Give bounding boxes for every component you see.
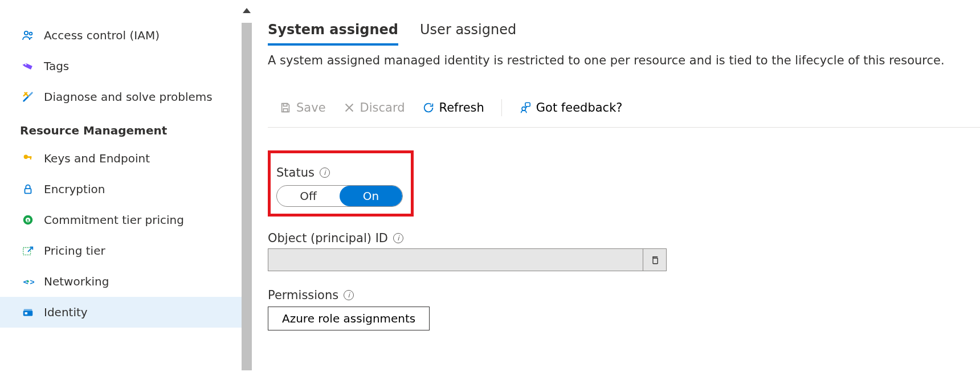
sidebar-item-tags[interactable]: Tags bbox=[0, 51, 242, 81]
svg-rect-20 bbox=[525, 103, 530, 106]
permissions-label: Permissions bbox=[268, 288, 338, 302]
sidebar-item-access-control[interactable]: Access control (IAM) bbox=[0, 20, 242, 51]
scroll-up-icon[interactable] bbox=[243, 8, 251, 13]
sidebar-item-diagnose[interactable]: Diagnose and solve problems bbox=[0, 81, 242, 112]
svg-rect-15 bbox=[24, 309, 32, 311]
object-id-label-row: Object (principal) ID i bbox=[268, 231, 980, 245]
toolbar-separator bbox=[501, 99, 502, 116]
sidebar-item-encryption[interactable]: Encryption bbox=[0, 174, 242, 205]
pricing-tier-icon bbox=[20, 243, 36, 259]
status-toggle-on[interactable]: On bbox=[340, 186, 402, 206]
object-id-label: Object (principal) ID bbox=[268, 231, 388, 245]
identity-icon bbox=[20, 304, 36, 320]
svg-rect-21 bbox=[653, 258, 658, 264]
status-label-row: Status i bbox=[276, 166, 403, 179]
info-icon[interactable]: i bbox=[344, 290, 354, 300]
svg-point-2 bbox=[25, 64, 26, 65]
sidebar-item-label: Networking bbox=[44, 275, 109, 288]
status-field: Status i Off On bbox=[268, 150, 980, 217]
sidebar-container: Access control (IAM) Tags Diagnose and s… bbox=[0, 0, 252, 392]
discard-icon bbox=[343, 101, 356, 114]
toolbar: Save Discard Refresh Got feedback? bbox=[268, 99, 980, 128]
main-content: System assigned User assigned A system a… bbox=[252, 0, 980, 392]
sidebar-item-label: Commitment tier pricing bbox=[44, 213, 184, 227]
azure-role-assignments-button[interactable]: Azure role assignments bbox=[268, 307, 430, 330]
sidebar-item-commitment-tier[interactable]: $ Commitment tier pricing bbox=[0, 205, 242, 235]
tab-user-assigned[interactable]: User assigned bbox=[420, 22, 516, 43]
refresh-button[interactable]: Refresh bbox=[419, 99, 488, 117]
sidebar-item-label: Access control (IAM) bbox=[44, 28, 160, 42]
discard-button[interactable]: Discard bbox=[340, 99, 409, 117]
svg-rect-17 bbox=[283, 104, 287, 107]
status-toggle[interactable]: Off On bbox=[276, 185, 403, 207]
svg-text:$: $ bbox=[27, 218, 30, 223]
copy-button[interactable] bbox=[643, 248, 667, 271]
discard-label: Discard bbox=[360, 101, 405, 115]
sidebar-item-label: Keys and Endpoint bbox=[44, 152, 150, 165]
feedback-label: Got feedback? bbox=[536, 101, 623, 115]
feedback-button[interactable]: Got feedback? bbox=[516, 99, 626, 117]
svg-rect-5 bbox=[30, 156, 31, 160]
sidebar-item-label: Pricing tier bbox=[44, 244, 105, 258]
sidebar-item-label: Diagnose and solve problems bbox=[44, 90, 213, 104]
copy-icon bbox=[650, 255, 660, 265]
sidebar-section-resource-management: Resource Management bbox=[0, 112, 242, 143]
scroll-track[interactable] bbox=[242, 23, 252, 370]
info-icon[interactable]: i bbox=[320, 168, 330, 178]
svg-rect-6 bbox=[25, 189, 31, 193]
sidebar-item-identity[interactable]: Identity bbox=[0, 297, 242, 328]
info-icon[interactable]: i bbox=[393, 233, 403, 243]
sidebar-item-label: Identity bbox=[44, 305, 88, 319]
permissions-field: Permissions i Azure role assignments bbox=[268, 288, 980, 330]
refresh-icon bbox=[422, 101, 435, 114]
key-icon bbox=[20, 150, 36, 166]
status-highlight-box: Status i Off On bbox=[268, 150, 414, 217]
object-id-field: Object (principal) ID i bbox=[268, 231, 980, 271]
sidebar-item-networking[interactable]: < > Networking bbox=[0, 266, 242, 297]
sidebar-scrollbar[interactable] bbox=[242, 0, 252, 392]
status-label: Status bbox=[276, 166, 315, 179]
feedback-icon bbox=[519, 101, 532, 114]
svg-point-12 bbox=[27, 280, 29, 283]
tools-icon bbox=[20, 89, 36, 105]
identity-tabs: System assigned User assigned bbox=[268, 22, 980, 46]
tag-icon bbox=[20, 58, 36, 74]
permissions-label-row: Permissions i bbox=[268, 288, 980, 302]
refresh-label: Refresh bbox=[439, 101, 484, 115]
sidebar-item-label: Encryption bbox=[44, 182, 105, 196]
identity-description: A system assigned managed identity is re… bbox=[268, 54, 980, 67]
svg-rect-14 bbox=[23, 311, 33, 316]
sidebar-item-keys-endpoint[interactable]: Keys and Endpoint bbox=[0, 143, 242, 174]
svg-rect-16 bbox=[25, 312, 28, 315]
svg-point-0 bbox=[24, 31, 28, 35]
svg-point-1 bbox=[30, 32, 32, 35]
networking-icon: < > bbox=[20, 273, 36, 289]
svg-point-19 bbox=[522, 107, 525, 111]
people-icon bbox=[20, 27, 36, 43]
sidebar-item-pricing-tier[interactable]: Pricing tier bbox=[0, 235, 242, 266]
sidebar-item-label: Tags bbox=[44, 59, 69, 73]
save-label: Save bbox=[296, 101, 326, 115]
save-button[interactable]: Save bbox=[276, 99, 329, 117]
commitment-pricing-icon: $ bbox=[20, 212, 36, 228]
lock-icon bbox=[20, 181, 36, 197]
status-toggle-off[interactable]: Off bbox=[277, 186, 340, 206]
svg-rect-18 bbox=[283, 109, 287, 112]
object-id-input[interactable] bbox=[268, 248, 643, 271]
object-id-input-row bbox=[268, 248, 667, 271]
tab-system-assigned[interactable]: System assigned bbox=[268, 22, 398, 46]
save-icon bbox=[279, 101, 292, 114]
svg-rect-10 bbox=[23, 248, 31, 255]
svg-text:>: > bbox=[30, 277, 34, 286]
sidebar-nav: Access control (IAM) Tags Diagnose and s… bbox=[0, 0, 242, 392]
